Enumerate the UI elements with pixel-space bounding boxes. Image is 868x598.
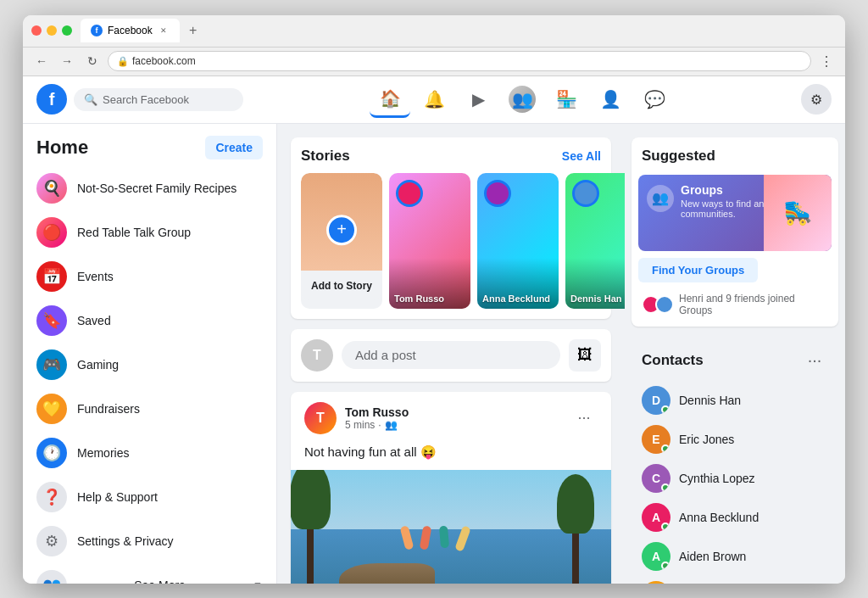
active-tab[interactable]: f Facebook ✕ — [81, 19, 180, 42]
sidebar-label-recipes: Not-So-Secret Family Recipes — [77, 182, 236, 195]
sidebar-label-settings: Settings & Privacy — [77, 534, 174, 548]
post-avatar: T — [304, 402, 337, 434]
fb-logo[interactable]: f — [36, 84, 67, 115]
post-image — [291, 470, 611, 584]
sidebar-item-recipes[interactable]: 🍳 Not-So-Secret Family Recipes — [30, 166, 270, 210]
see-all-link[interactable]: See All — [562, 149, 601, 163]
sidebar-item-see-more[interactable]: 👥 See More ▼ — [30, 563, 270, 584]
create-button[interactable]: Create — [205, 136, 263, 159]
browser-titlebar: f Facebook ✕ + — [23, 15, 845, 48]
nav-messenger-button[interactable]: 💬 — [634, 81, 675, 118]
contact-item-dennis[interactable]: D Dennis Han — [635, 381, 835, 420]
separator: · — [378, 419, 381, 431]
lock-icon: 🔒 — [117, 56, 129, 67]
tree-right — [572, 495, 579, 584]
contacts-title: Contacts — [642, 352, 704, 369]
nav-people-button[interactable]: 👤 — [590, 81, 631, 118]
story-name-2: Anna Becklund — [482, 293, 554, 304]
sidebar-item-events[interactable]: 📅 Events — [30, 254, 270, 299]
contact-name-dennis: Dennis Han — [679, 394, 741, 407]
story-name-1: Tom Russo — [394, 293, 465, 304]
sidebar-item-memories[interactable]: 🕐 Memories — [30, 431, 270, 475]
contact-item-eric[interactable]: E Eric Jones — [635, 420, 835, 459]
contact-name-eric: Eric Jones — [679, 433, 734, 446]
maximize-button[interactable] — [62, 25, 72, 36]
contact-avatar-cynthia: C — [642, 464, 670, 493]
contact-item-anna[interactable]: A Anna Becklund — [635, 498, 835, 537]
post-time: 5 mins — [345, 419, 375, 431]
refresh-button[interactable]: ↻ — [82, 51, 103, 71]
sidebar-item-gaming[interactable]: 🎮 Gaming — [30, 343, 270, 387]
nav-home-button[interactable]: 🏠 — [370, 81, 410, 118]
help-icon: ❓ — [36, 482, 67, 512]
online-indicator — [661, 523, 670, 531]
contact-avatar-betty: B — [642, 581, 670, 584]
suggested-card: Suggested 👥 Groups New ways to find and … — [632, 137, 838, 327]
friends-avatars — [642, 295, 674, 314]
nav-groups-button[interactable]: 👥 — [502, 81, 542, 118]
sidebar-label-memories: Memories — [77, 446, 129, 460]
tab-bar: f Facebook ✕ + — [81, 19, 837, 42]
sidebar-item-fundraisers[interactable]: 💛 Fundraisers — [30, 387, 270, 431]
stories-grid: + Add to Story Tom Russo — [301, 173, 601, 309]
sidebar-item-help[interactable]: ❓ Help & Support — [30, 475, 270, 519]
story-card-3[interactable]: Dennis Han — [565, 173, 625, 309]
composer-avatar: T — [301, 339, 333, 372]
contact-item-betty[interactable]: B Betty Chen — [635, 576, 835, 584]
settings-icon: ⚙ — [36, 526, 67, 556]
story-card-1[interactable]: Tom Russo — [389, 173, 470, 309]
sidebar-item-settings[interactable]: ⚙ Settings & Privacy — [30, 519, 270, 563]
sidebar-item-saved[interactable]: 🔖 Saved — [30, 299, 270, 343]
minimize-button[interactable] — [47, 25, 57, 36]
suggested-title: Suggested — [632, 137, 838, 168]
contacts-more-button[interactable]: ··· — [801, 347, 828, 374]
contacts-section: Contacts ··· D Dennis Han E Eric Jones C… — [632, 337, 838, 584]
saved-icon: 🔖 — [36, 305, 67, 336]
sidebar-label-gaming: Gaming — [77, 358, 119, 372]
search-bar[interactable]: 🔍 — [74, 88, 243, 111]
contact-name-anna: Anna Becklund — [679, 511, 759, 524]
find-groups-button[interactable]: Find Your Groups — [638, 258, 758, 282]
sidebar-item-red-table[interactable]: 🔴 Red Table Talk Group — [30, 210, 270, 254]
search-input[interactable] — [103, 93, 233, 106]
back-button[interactable]: ← — [31, 51, 52, 71]
new-tab-button[interactable]: + — [183, 20, 203, 41]
gaming-icon: 🎮 — [36, 349, 67, 380]
friends-joined: Henri and 9 friends joined Groups — [632, 286, 838, 327]
contact-avatar-anna: A — [642, 503, 670, 532]
contact-item-aiden[interactable]: A Aiden Brown — [635, 537, 835, 576]
post-more-button[interactable]: ··· — [570, 405, 598, 432]
feed: Stories See All + Add to Story — [277, 124, 625, 584]
groups-icon: 👥 — [647, 185, 674, 212]
add-story-card[interactable]: + Add to Story — [301, 173, 382, 309]
sidebar-label-see-more: See More — [134, 578, 186, 584]
contact-name-aiden: Aiden Brown — [679, 550, 746, 563]
contact-avatar-aiden: A — [642, 542, 670, 571]
stories-section: Stories See All + Add to Story — [291, 137, 611, 319]
settings-button[interactable]: ⚙ — [801, 84, 832, 115]
post-author[interactable]: Tom Russo — [345, 405, 562, 419]
sidebar-label-fundraisers: Fundraisers — [77, 402, 140, 416]
address-bar[interactable]: 🔒 facebook.com — [108, 51, 811, 71]
add-photo-button[interactable]: 🖼 — [569, 339, 601, 372]
tab-close-button[interactable]: ✕ — [158, 25, 170, 36]
contact-avatar-eric: E — [642, 425, 670, 454]
recipes-icon: 🍳 — [36, 173, 67, 204]
forward-button[interactable]: → — [57, 51, 77, 71]
story-card-2[interactable]: Anna Becklund — [477, 173, 559, 309]
groups-banner: 👥 Groups New ways to find and join commu… — [638, 175, 832, 251]
add-post-input[interactable]: Add a post — [342, 341, 560, 369]
close-button[interactable] — [31, 25, 42, 36]
main-content: Home Create 🍳 Not-So-Secret Family Recip… — [23, 124, 845, 584]
online-indicator — [661, 444, 670, 453]
nav-bell-button[interactable]: 🔔 — [414, 81, 454, 118]
memories-icon: 🕐 — [36, 438, 67, 468]
chevron-down-icon: ▼ — [253, 579, 263, 584]
contact-item-cynthia[interactable]: C Cynthia Lopez — [635, 459, 835, 498]
facebook-app: f 🔍 🏠 🔔 ▶ 👥 🏪 👤 💬 ⚙ — [23, 76, 845, 584]
nav-store-button[interactable]: 🏪 — [546, 81, 587, 118]
post-text: Not having fun at all 😝 — [291, 444, 611, 470]
browser-more-button[interactable]: ⋮ — [816, 51, 837, 71]
nav-video-button[interactable]: ▶ — [458, 81, 498, 118]
post-audience-icon: 👥 — [385, 419, 398, 431]
